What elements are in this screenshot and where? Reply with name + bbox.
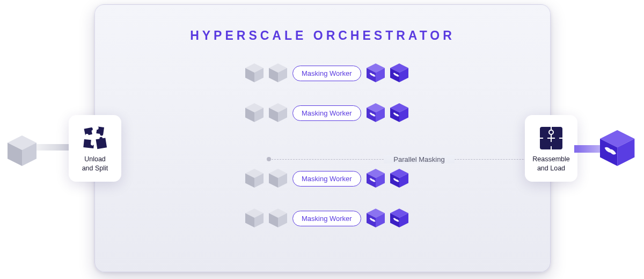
masking-worker-pill: Masking Worker	[292, 211, 361, 226]
output-masked-cube-icon	[600, 130, 638, 172]
masked-cube-icon	[390, 103, 408, 123]
data-chunk-cube-icon	[245, 103, 264, 123]
data-chunk-cube-icon	[269, 63, 287, 83]
unload-split-label: Unloadand Split	[82, 155, 108, 173]
masked-cube-icon	[390, 63, 408, 83]
diagram-title: HYPERSCALE ORCHESTRATOR	[95, 28, 550, 43]
input-data-cube-icon	[8, 135, 40, 172]
worker-row-1: Masking Worker	[245, 63, 408, 83]
data-chunk-cube-icon	[245, 63, 264, 83]
puzzle-split-icon	[83, 126, 107, 151]
data-chunk-cube-icon	[245, 169, 264, 188]
worker-row-2: Masking Worker	[245, 103, 408, 123]
reassemble-load-card: Reassembleand Load	[525, 115, 577, 182]
masked-cube-icon	[390, 169, 408, 188]
unload-split-card: Unloadand Split	[69, 115, 121, 182]
masking-worker-pill: Masking Worker	[292, 171, 361, 187]
worker-row-4: Masking Worker	[245, 209, 408, 228]
worker-row-3: Masking Worker	[245, 169, 408, 188]
orchestrator-container: HYPERSCALE ORCHESTRATOR Parallel Masking	[94, 4, 551, 272]
reassemble-load-label: Reassembleand Load	[532, 155, 569, 173]
parallel-masking-divider: Parallel Masking	[269, 153, 569, 165]
puzzle-joined-icon	[539, 126, 564, 151]
data-chunk-cube-icon	[269, 103, 287, 123]
data-chunk-cube-icon	[269, 209, 287, 228]
masked-cube-icon	[367, 103, 385, 123]
data-chunk-cube-icon	[245, 209, 264, 228]
masked-cube-icon	[367, 209, 385, 228]
masking-worker-pill: Masking Worker	[292, 105, 361, 121]
masked-cube-icon	[367, 63, 385, 83]
masking-worker-pill: Masking Worker	[292, 66, 361, 81]
divider-label: Parallel Masking	[384, 155, 454, 163]
masked-cube-icon	[390, 209, 408, 228]
data-chunk-cube-icon	[269, 169, 287, 188]
masked-cube-icon	[367, 169, 385, 188]
